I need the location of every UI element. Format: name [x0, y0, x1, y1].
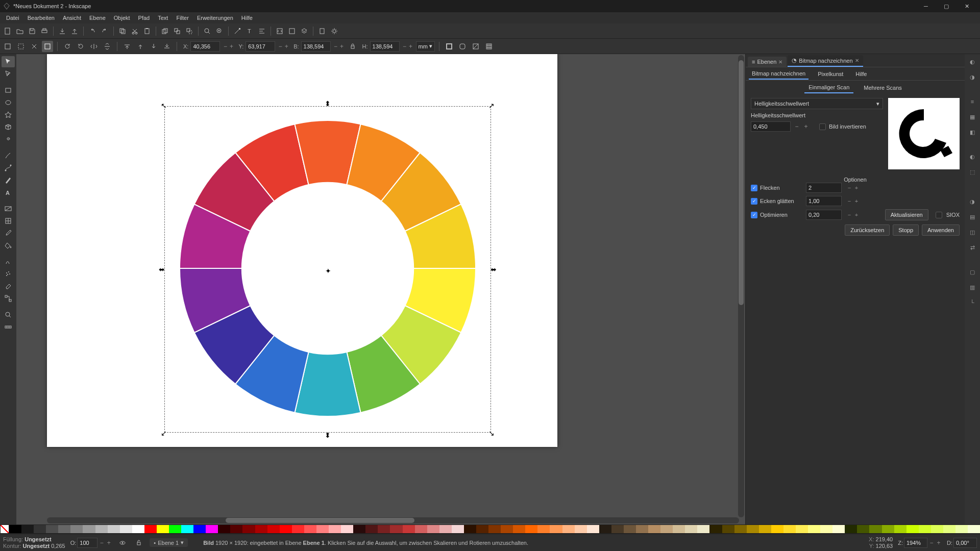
stroke-indicator[interactable]: Ungesetzt	[23, 543, 50, 549]
swatch[interactable]	[341, 525, 353, 533]
menu-filter[interactable]: Filter	[172, 13, 192, 22]
import-button[interactable]	[57, 26, 68, 37]
swatch[interactable]	[587, 525, 599, 533]
color-palette[interactable]	[0, 524, 980, 534]
swatch[interactable]	[218, 525, 230, 533]
smooth-dec[interactable]: −	[846, 198, 853, 204]
swatch[interactable]	[378, 525, 390, 533]
node-tool[interactable]	[2, 68, 15, 80]
sel-handle-s[interactable]: ⬍	[325, 432, 331, 438]
swatch[interactable]	[488, 525, 501, 533]
affect-stroke-button[interactable]	[444, 41, 455, 52]
tab-trace-bitmap[interactable]: ◔ Bitmap nachzeichnen ✕	[788, 55, 863, 67]
swatch[interactable]	[242, 525, 255, 533]
tab-layers[interactable]: ≡ Ebenen ✕	[748, 57, 787, 67]
save-button[interactable]	[27, 26, 38, 37]
swatch[interactable]	[919, 525, 931, 533]
siox-checkbox[interactable]: ✓	[936, 212, 942, 218]
stop-button[interactable]: Stopp	[893, 224, 919, 236]
scantab-multi[interactable]: Mehrere Scans	[860, 83, 906, 93]
prefs-button[interactable]	[329, 26, 340, 37]
smooth-checkbox[interactable]: ✓	[751, 198, 757, 205]
gradient-tool[interactable]	[2, 203, 15, 214]
swatch[interactable]	[869, 525, 881, 533]
menu-text[interactable]: Text	[154, 13, 172, 22]
zoom-dec[interactable]: −	[928, 538, 935, 548]
rotate-ccw-button[interactable]	[62, 41, 73, 52]
print-button[interactable]	[39, 26, 50, 37]
swatch[interactable]	[292, 525, 304, 533]
menu-ebene[interactable]: Ebene	[85, 13, 110, 22]
zoom-inc[interactable]: +	[936, 538, 942, 548]
swatch[interactable]	[783, 525, 796, 533]
menu-objekt[interactable]: Objekt	[110, 13, 134, 22]
v-scrollbar[interactable]	[738, 55, 744, 517]
apply-button[interactable]: Anwenden	[922, 224, 960, 236]
zoom-input[interactable]	[904, 538, 927, 548]
eraser-tool[interactable]	[2, 281, 15, 292]
duplicate-button[interactable]	[159, 26, 170, 37]
dock-btn-1[interactable]: ◐	[967, 56, 978, 67]
raise-button[interactable]	[135, 41, 146, 52]
swatch[interactable]	[943, 525, 955, 533]
x-dec[interactable]: −	[222, 41, 228, 52]
update-button[interactable]: Aktualisieren	[885, 209, 928, 220]
swatch[interactable]	[304, 525, 316, 533]
dock-btn-11[interactable]: ⇄	[967, 242, 978, 253]
swatch[interactable]	[34, 525, 46, 533]
swatch[interactable]	[575, 525, 587, 533]
no-color-swatch[interactable]	[1, 525, 9, 533]
swatch[interactable]	[673, 525, 685, 533]
fill-stroke-dialog-button[interactable]	[286, 26, 298, 37]
swatch[interactable]	[894, 525, 906, 533]
swatch[interactable]	[599, 525, 611, 533]
zoom-drawing-button[interactable]	[214, 26, 225, 37]
swatch[interactable]	[120, 525, 132, 533]
edit-path-button[interactable]	[232, 26, 243, 37]
dock-btn-6[interactable]: ◐	[967, 151, 978, 162]
swatch[interactable]	[230, 525, 242, 533]
swatch[interactable]	[537, 525, 550, 533]
dock-btn-3[interactable]: ≡	[967, 96, 978, 107]
swatch[interactable]	[206, 525, 218, 533]
swatch[interactable]	[808, 525, 820, 533]
layer-visibility-toggle[interactable]	[117, 537, 128, 548]
dock-btn-12[interactable]: ▢	[967, 266, 978, 278]
flip-h-button[interactable]	[88, 41, 100, 52]
invert-checkbox[interactable]: ✓	[819, 123, 826, 130]
swatch[interactable]	[734, 525, 747, 533]
swatch[interactable]	[660, 525, 673, 533]
dock-btn-14[interactable]: └	[967, 297, 978, 308]
swatch[interactable]	[316, 525, 329, 533]
zoom-selection-button[interactable]	[202, 26, 213, 37]
menu-erweiterungen[interactable]: Erweiterungen	[193, 13, 237, 22]
swatch[interactable]	[685, 525, 697, 533]
swatch[interactable]	[513, 525, 525, 533]
calligraphy-tool[interactable]	[2, 174, 15, 186]
swatch[interactable]	[169, 525, 181, 533]
threshold-input[interactable]	[751, 121, 791, 132]
swatch[interactable]	[255, 525, 267, 533]
sel-handle-ne[interactable]: ↗	[488, 103, 495, 109]
rotation-input[interactable]	[953, 538, 977, 548]
w-inc[interactable]: +	[339, 41, 345, 52]
swatch[interactable]	[832, 525, 845, 533]
dock-btn-7[interactable]: ⬚	[967, 166, 978, 178]
swatch[interactable]	[697, 525, 709, 533]
swatch[interactable]	[108, 525, 120, 533]
trace-mode-select[interactable]: Helligkeitsschwellwert ▾	[751, 98, 883, 109]
swatch[interactable]	[70, 525, 83, 533]
swatch[interactable]	[648, 525, 660, 533]
speckles-dec[interactable]: −	[846, 185, 853, 191]
dock-btn-10[interactable]: ◫	[967, 227, 978, 238]
swatch[interactable]	[95, 525, 108, 533]
canvas[interactable]: ↖ ⬍ ↗ ⬌ ⬌ ↙ ⬍ ↘ ✦	[16, 54, 745, 524]
unlink-clone-button[interactable]	[184, 26, 195, 37]
swatch[interactable]	[636, 525, 648, 533]
swatch[interactable]	[931, 525, 943, 533]
new-doc-button[interactable]	[2, 26, 13, 37]
affect-pattern-button[interactable]	[483, 41, 495, 52]
minimize-button[interactable]: ─	[916, 0, 936, 12]
swatch[interactable]	[144, 525, 157, 533]
optimize-input[interactable]	[806, 210, 842, 220]
